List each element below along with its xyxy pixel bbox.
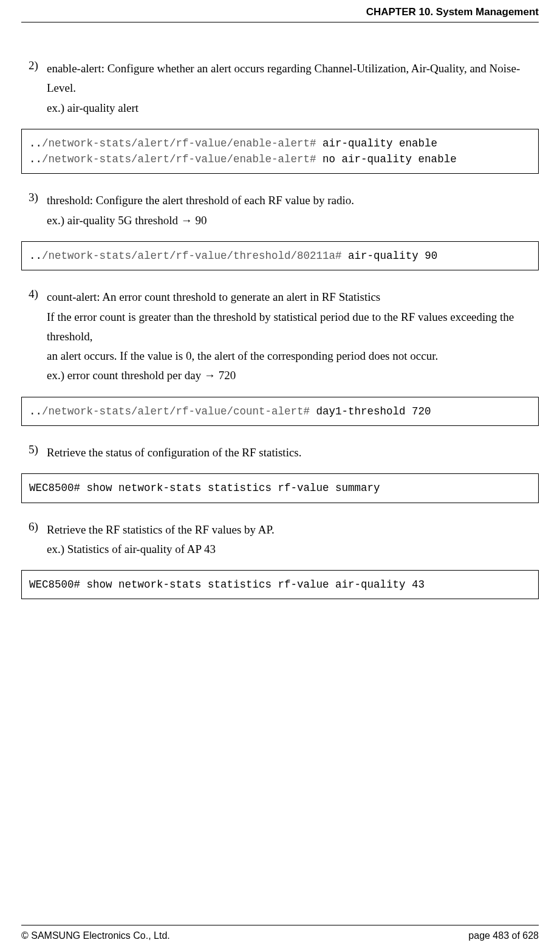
item-example: ex.) Statistics of air-quality of AP 43 bbox=[47, 543, 216, 555]
code-prefix: .. bbox=[29, 250, 42, 262]
code-path: /network-stats/alert/rf-value/threshold/… bbox=[42, 250, 342, 262]
code-prefix: .. bbox=[29, 137, 42, 149]
list-body: Retrieve the RF statistics of the RF val… bbox=[47, 520, 539, 560]
footer-page-number: page 483 of 628 bbox=[468, 930, 539, 941]
code-suffix: day1-threshold 720 bbox=[310, 405, 431, 417]
item-text: Retrieve the status of configuration of … bbox=[47, 446, 302, 459]
page-container: CHAPTER 10. System Management 2) enable-… bbox=[0, 0, 560, 951]
list-item: 3) threshold: Configure the alert thresh… bbox=[21, 191, 539, 230]
code-path: /network-stats/alert/rf-value/enable-ale… bbox=[42, 153, 316, 165]
list-item: 4) count-alert: An error count threshold… bbox=[21, 287, 539, 385]
code-full: WEC8500# show network-stats statistics r… bbox=[29, 482, 380, 494]
list-body: count-alert: An error count threshold to… bbox=[47, 287, 539, 385]
item-example: ex.) air-quality 5G threshold → 90 bbox=[47, 214, 207, 227]
code-block: WEC8500# show network-stats statistics r… bbox=[21, 570, 539, 599]
item-text-line3: an alert occurs. If the value is 0, the … bbox=[47, 349, 438, 362]
page-footer: © SAMSUNG Electronics Co., Ltd. page 483… bbox=[21, 925, 539, 941]
item-example: ex.) air-quality alert bbox=[47, 101, 138, 114]
code-full: WEC8500# show network-stats statistics r… bbox=[29, 578, 425, 591]
code-suffix: no air-quality enable bbox=[316, 153, 457, 165]
code-block: ../network-stats/alert/rf-value/count-al… bbox=[21, 397, 539, 426]
item-text: count-alert: An error count threshold to… bbox=[47, 290, 380, 303]
list-number: 5) bbox=[21, 443, 47, 462]
code-prefix: .. bbox=[29, 153, 42, 165]
list-number: 3) bbox=[21, 191, 47, 230]
code-prefix: .. bbox=[29, 405, 42, 417]
list-number: 2) bbox=[21, 59, 47, 118]
chapter-title: CHAPTER 10. System Management bbox=[366, 6, 539, 18]
list-item: 6) Retrieve the RF statistics of the RF … bbox=[21, 520, 539, 560]
list-number: 4) bbox=[21, 287, 47, 385]
page-content: 2) enable-alert: Configure whether an al… bbox=[21, 22, 539, 599]
item-example: ex.) error count threshold per day → 720 bbox=[47, 369, 236, 382]
item-text: threshold: Configure the alert threshold… bbox=[47, 194, 354, 207]
code-suffix: air-quality enable bbox=[316, 137, 438, 149]
footer-copyright: © SAMSUNG Electronics Co., Ltd. bbox=[21, 930, 170, 941]
code-block: ../network-stats/alert/rf-value/threshol… bbox=[21, 241, 539, 270]
code-path: /network-stats/alert/rf-value/count-aler… bbox=[42, 405, 310, 417]
code-block: WEC8500# show network-stats statistics r… bbox=[21, 473, 539, 503]
page-header: CHAPTER 10. System Management bbox=[21, 0, 539, 22]
item-text: enable-alert: Configure whether an alert… bbox=[47, 62, 520, 94]
list-body: Retrieve the status of configuration of … bbox=[47, 443, 539, 462]
item-text-line2: If the error count is greater than the t… bbox=[47, 311, 514, 343]
list-item: 2) enable-alert: Configure whether an al… bbox=[21, 59, 539, 118]
list-item: 5) Retrieve the status of configuration … bbox=[21, 443, 539, 462]
code-path: /network-stats/alert/rf-value/enable-ale… bbox=[42, 137, 316, 149]
item-text: Retrieve the RF statistics of the RF val… bbox=[47, 523, 275, 536]
list-body: threshold: Configure the alert threshold… bbox=[47, 191, 539, 230]
list-body: enable-alert: Configure whether an alert… bbox=[47, 59, 539, 118]
code-block: ../network-stats/alert/rf-value/enable-a… bbox=[21, 129, 539, 174]
list-number: 6) bbox=[21, 520, 47, 560]
code-suffix: air-quality 90 bbox=[342, 250, 438, 262]
